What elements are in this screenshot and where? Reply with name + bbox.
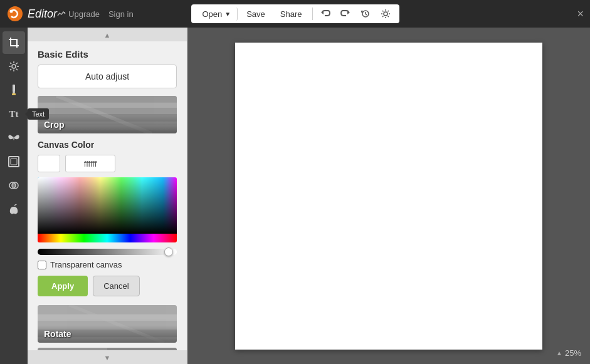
zoom-indicator: ▲ 25% (556, 348, 581, 358)
text-tool-icon: Tt (9, 109, 19, 120)
svg-rect-38 (38, 348, 107, 350)
wand-icon (8, 61, 19, 72)
panel-scroll-area: Auto adjust Crop Canvas Color (28, 65, 187, 350)
lightness-handle[interactable] (164, 247, 173, 256)
svg-point-12 (12, 65, 16, 68)
transparent-label[interactable]: Transparent canvas (50, 260, 122, 269)
main-toolbar: Open ▼ Save Share (191, 4, 399, 23)
color-swatch[interactable] (38, 155, 60, 172)
text-tool-button[interactable]: Tt Text (3, 103, 25, 125)
auto-adjust-button[interactable]: Auto adjust (38, 65, 177, 88)
crop-tool-button[interactable] (3, 31, 25, 54)
color-picker[interactable] (38, 177, 177, 242)
svg-line-14 (16, 63, 18, 64)
top-bar: Editor Upgrade Sign in Open ▼ Save Share (0, 0, 590, 28)
scroll-down-indicator[interactable]: ▼ (28, 350, 187, 364)
apply-button[interactable]: Apply (38, 276, 88, 296)
overlay-tool-button[interactable] (3, 174, 25, 197)
upgrade-icon (57, 11, 66, 17)
save-button[interactable]: Save (240, 8, 271, 21)
close-button[interactable]: × (577, 8, 584, 21)
gear-icon (381, 9, 391, 19)
color-hex-input[interactable] (65, 155, 115, 172)
icon-toolbar: Tt Text (0, 28, 28, 364)
settings-button[interactable] (377, 7, 394, 21)
exposure-thumbnail[interactable]: Exposure (38, 348, 177, 350)
action-buttons: Apply Cancel (38, 276, 177, 296)
upgrade-link[interactable]: Upgrade (57, 9, 100, 19)
history-button[interactable] (357, 8, 374, 20)
logo-icon (6, 5, 24, 23)
apple-icon (9, 204, 19, 215)
color-gradient-svg (38, 177, 177, 234)
rotate-thumbnail[interactable]: Rotate (38, 305, 177, 343)
butterfly-icon (8, 133, 19, 143)
svg-rect-19 (12, 93, 16, 95)
svg-line-13 (10, 63, 11, 64)
paint-tool-button[interactable] (3, 79, 25, 101)
frame-icon (8, 156, 19, 167)
top-bar-right-links: Upgrade Sign in (57, 9, 134, 19)
signin-link[interactable]: Sign in (108, 9, 134, 19)
canvas-area: ▲ 25% (187, 28, 590, 364)
logo-area: Editor (6, 5, 57, 23)
svg-rect-22 (11, 159, 17, 165)
svg-rect-17 (13, 85, 15, 92)
svg-point-20 (13, 137, 14, 140)
canvas (235, 43, 542, 350)
border-tool-button[interactable] (3, 150, 25, 173)
panel-header: Basic Edits (28, 41, 187, 65)
share-button[interactable]: Share (274, 8, 308, 21)
undo-icon (320, 9, 330, 18)
autofix-tool-button[interactable] (3, 55, 25, 78)
side-panel: ▲ Basic Edits Auto adjust Crop (28, 28, 187, 364)
crop-icon (8, 37, 19, 48)
crop-label: Crop (38, 116, 177, 133)
svg-point-0 (8, 6, 23, 21)
open-dropdown-arrow: ▼ (224, 11, 231, 18)
svg-point-1 (10, 10, 13, 13)
open-button[interactable]: Open ▼ (196, 8, 238, 21)
rotate-label: Rotate (38, 325, 177, 343)
transparent-checkbox[interactable] (38, 261, 46, 269)
main-content: Tt Text (0, 28, 590, 364)
top-bar-left: Editor (6, 5, 57, 23)
canvas-color-title: Canvas Color (38, 140, 177, 150)
redo-icon (340, 9, 350, 18)
color-input-row (38, 155, 177, 172)
svg-rect-32 (38, 177, 177, 234)
history-icon (361, 9, 371, 18)
svg-rect-21 (9, 157, 19, 167)
sticker-tool-button[interactable] (3, 198, 25, 221)
scroll-up-indicator[interactable]: ▲ (28, 28, 187, 41)
app-title: Editor (28, 8, 57, 21)
cancel-button[interactable]: Cancel (93, 276, 139, 296)
undo-button[interactable] (317, 8, 334, 20)
transparent-row: Transparent canvas (38, 260, 177, 269)
toolbar-separator-1 (312, 8, 313, 20)
zoom-level: 25% (565, 348, 581, 358)
crop-thumbnail[interactable]: Crop (38, 96, 177, 133)
svg-point-7 (384, 12, 387, 16)
svg-line-16 (16, 69, 18, 70)
overlay-icon (8, 180, 19, 191)
redo-button[interactable] (337, 8, 354, 20)
exposure-thumbnail-image (38, 348, 177, 350)
pencil-icon (9, 85, 18, 96)
zoom-up-arrow[interactable]: ▲ (556, 350, 562, 356)
effect-tool-button[interactable] (3, 127, 25, 149)
lightness-slider[interactable] (38, 249, 177, 255)
hue-slider[interactable] (38, 234, 177, 242)
color-gradient-area[interactable] (38, 177, 177, 234)
lightness-slider-container (38, 249, 177, 255)
svg-line-15 (10, 69, 11, 70)
